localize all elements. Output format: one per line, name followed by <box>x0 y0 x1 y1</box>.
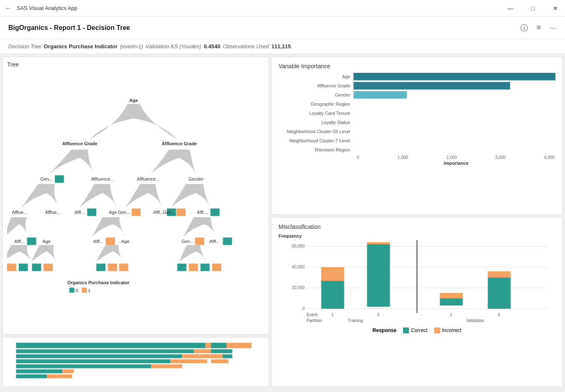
var-importance-bar-track <box>353 128 555 135</box>
info-value3: 111,115 <box>271 43 291 50</box>
info-label1: Decision Tree <box>8 43 41 50</box>
svg-text:Gen...: Gen... <box>163 210 175 215</box>
var-importance-bar-track <box>353 73 555 80</box>
more-icon[interactable]: ⋯ <box>549 23 557 32</box>
svg-text:Afflue...: Afflue... <box>12 210 27 215</box>
misclassification-section: Misclassification Frequency .misc-axis-l… <box>271 217 563 387</box>
incorrect-label: Incorrect <box>442 327 462 333</box>
var-importance-bar-track <box>353 82 555 89</box>
svg-rect-4 <box>55 175 64 183</box>
bottom-chart <box>2 337 269 387</box>
incorrect-color-swatch <box>434 327 440 333</box>
svg-text:Affl...: Affl... <box>209 239 220 244</box>
svg-text:0: 0 <box>377 313 380 317</box>
var-importance-bar-fill <box>353 82 510 89</box>
svg-rect-37 <box>119 264 128 271</box>
svg-rect-40 <box>200 264 209 271</box>
svg-rect-31 <box>7 264 16 271</box>
svg-rect-49 <box>16 349 194 353</box>
svg-rect-54 <box>170 360 207 363</box>
svg-rect-28 <box>195 238 204 245</box>
svg-text:Gender: Gender <box>188 176 204 181</box>
svg-text:Affl...: Affl... <box>15 239 25 244</box>
svg-rect-43 <box>70 288 75 293</box>
var-importance-bar-track <box>353 146 555 154</box>
var-importance-bar-label: Loyalty Status <box>279 120 353 125</box>
svg-rect-74 <box>321 281 344 309</box>
info-bar: Decision Tree Organics Purchase Indicato… <box>0 39 565 54</box>
tree-title: Tree <box>7 61 264 68</box>
maximize-button[interactable]: □ <box>523 0 543 17</box>
svg-text:Affl...: Affl... <box>153 210 164 215</box>
var-importance-bar-row: Loyalty Card Tenure <box>279 109 555 117</box>
svg-rect-30 <box>223 238 232 245</box>
svg-text:0: 0 <box>75 288 78 293</box>
var-importance-bar-row: Neighborhood Cluster-7 Level <box>279 137 555 144</box>
var-importance-bar-label: Geographic Region <box>279 102 353 107</box>
svg-rect-65 <box>211 360 229 363</box>
x-axis-title: Importance <box>357 161 555 166</box>
svg-text:1: 1 <box>88 288 90 293</box>
app-header: BigOrganics - Report 1 - Decision Tree ⓘ… <box>0 17 565 39</box>
svg-text:0: 0 <box>498 313 500 317</box>
svg-rect-80 <box>440 293 463 298</box>
var-importance-bar-row: Loyalty Status <box>279 119 555 126</box>
svg-rect-41 <box>212 264 221 271</box>
info-icon[interactable]: ⓘ <box>520 23 528 33</box>
close-button[interactable]: ✕ <box>546 0 565 17</box>
var-importance-bar-label: Gender <box>279 92 353 97</box>
var-importance-bar-fill <box>353 73 555 80</box>
titlebar-title: SAS Visual Analytics App <box>17 5 560 11</box>
response-label: Response <box>373 327 396 333</box>
app-title: BigOrganics - Report 1 - Decision Tree <box>8 24 130 32</box>
var-importance-bar-label: Loyalty Card Tenure <box>279 111 353 116</box>
svg-rect-11 <box>87 208 96 216</box>
svg-rect-22 <box>27 238 36 245</box>
list-icon[interactable]: ≡ <box>536 23 541 32</box>
titlebar: ← SAS Visual Analytics App — □ ✕ <box>0 0 565 17</box>
var-importance-bar-fill <box>353 91 407 99</box>
correct-color-swatch <box>403 327 409 333</box>
tree-visualization: .node-label { font-size: 11px; fill: #33… <box>7 71 264 335</box>
svg-rect-82 <box>488 271 511 278</box>
svg-rect-64 <box>223 354 232 358</box>
var-importance-bar-row: Television Region <box>279 146 555 154</box>
incorrect-legend-item: Incorrect <box>434 327 462 333</box>
svg-rect-59 <box>16 375 47 378</box>
svg-rect-75 <box>321 267 344 281</box>
variable-importance-chart: AgeAffluence GradeGenderGeographic Regio… <box>279 73 555 154</box>
var-importance-bar-row: Affluence Grade <box>279 82 555 89</box>
svg-rect-47 <box>16 343 205 348</box>
svg-text:Afflue...: Afflue... <box>45 210 60 215</box>
svg-rect-56 <box>151 365 182 368</box>
svg-rect-34 <box>44 264 53 271</box>
svg-rect-79 <box>440 298 463 305</box>
info-label3: Validation KS (Youden) <box>146 43 202 50</box>
info-value1: Organics Purchase Indicator <box>44 43 117 50</box>
svg-text:1: 1 <box>331 313 334 317</box>
misc-response-legend: Response Correct Incorrect <box>279 327 555 333</box>
svg-rect-58 <box>62 370 74 373</box>
svg-rect-53 <box>16 360 171 363</box>
svg-rect-35 <box>96 264 105 271</box>
correct-legend-item: Correct <box>403 327 427 333</box>
svg-rect-63 <box>211 354 223 358</box>
svg-text:Gen...: Gen... <box>182 239 194 244</box>
var-importance-bar-label: Neighborhood Cluster-7 Level <box>279 138 353 143</box>
info-label4: Observations Used <box>223 43 269 50</box>
svg-rect-81 <box>488 278 511 309</box>
header-icons: ⓘ ≡ ⋯ <box>520 23 557 33</box>
right-panel: Variable Importance AgeAffluence GradeGe… <box>271 57 563 387</box>
svg-text:Age: Age <box>109 210 117 215</box>
svg-rect-61 <box>211 343 226 348</box>
correct-label: Correct <box>411 327 427 333</box>
var-importance-bar-track <box>353 137 555 144</box>
svg-text:Gen...: Gen... <box>40 176 53 181</box>
svg-text:Gen...: Gen... <box>118 210 130 215</box>
minimize-button[interactable]: — <box>501 0 520 17</box>
svg-text:Age: Age <box>42 239 51 244</box>
svg-text:Affluence Grade: Affluence Grade <box>62 141 97 146</box>
svg-text:Training: Training <box>348 318 363 323</box>
back-button[interactable]: ← <box>5 5 12 12</box>
svg-rect-57 <box>16 370 62 373</box>
